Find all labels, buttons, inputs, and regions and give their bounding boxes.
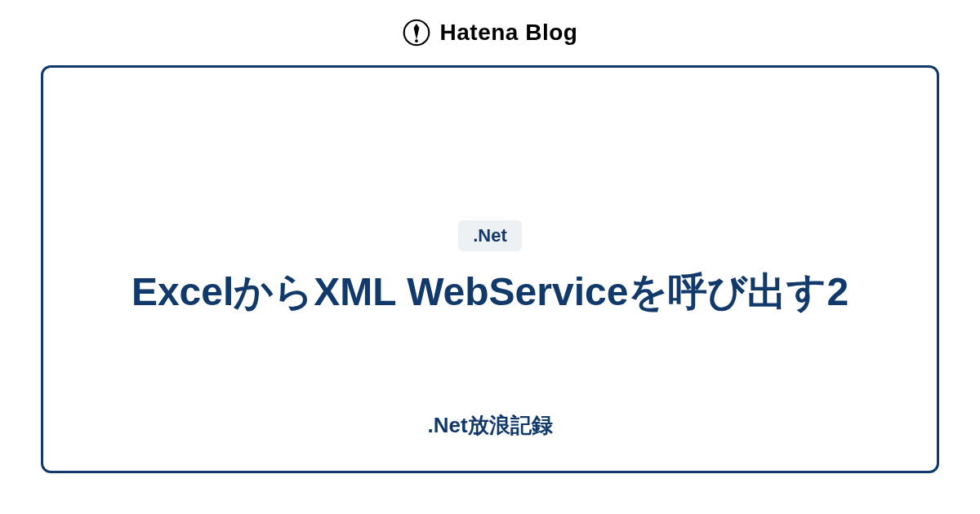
- card-content: .Net ExcelからXML WebServiceを呼び出す2: [131, 220, 849, 319]
- svg-point-1: [415, 39, 418, 42]
- article-card: .Net ExcelからXML WebServiceを呼び出す2 .Net放浪記…: [41, 65, 939, 473]
- article-title: ExcelからXML WebServiceを呼び出す2: [131, 266, 849, 319]
- brand-name: Hatena Blog: [440, 20, 578, 46]
- category-badge: .Net: [458, 220, 522, 251]
- blog-name: .Net放浪記録: [427, 411, 552, 440]
- brand-header: Hatena Blog: [0, 0, 980, 65]
- hatena-logo-icon: [403, 19, 430, 47]
